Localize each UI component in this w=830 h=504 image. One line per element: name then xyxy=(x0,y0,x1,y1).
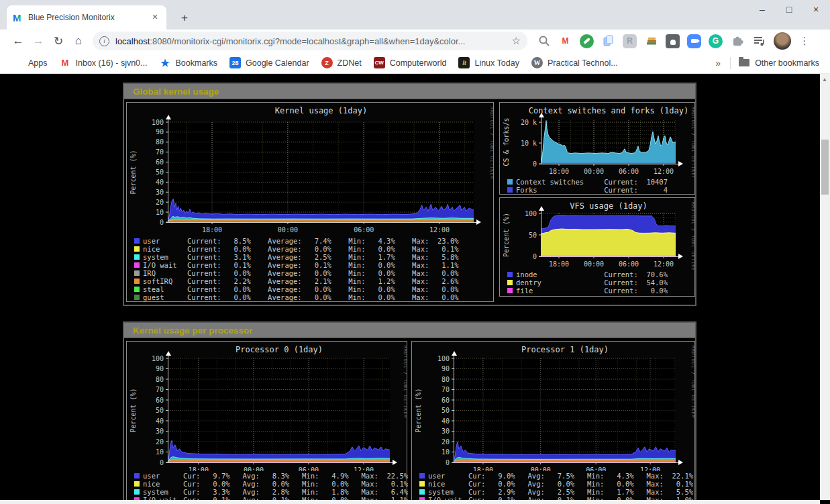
legend-color-swatch xyxy=(134,270,140,276)
bookmark-item[interactable]: ltLinux Today xyxy=(458,57,519,68)
zoom-icon[interactable] xyxy=(687,34,701,48)
svg-text:50: 50 xyxy=(442,407,450,414)
window-close-button[interactable]: × xyxy=(807,4,825,15)
copy-pages-icon[interactable] xyxy=(601,34,615,48)
svg-text:RRDTOOL / TOBI OETIKER: RRDTOOL / TOBI OETIKER xyxy=(489,107,493,179)
vfs-usage-graph: 05010018:0000:0006:0012:00VFS usage (1da… xyxy=(499,197,695,297)
legend-label: system xyxy=(143,253,187,261)
scroll-up-icon[interactable]: ▲ xyxy=(822,77,827,83)
browser-tab[interactable]: M Blue Precision Monitorix × xyxy=(7,5,166,30)
svg-text:20: 20 xyxy=(442,438,450,446)
legend-stats: Current: 0.1% Average: 0.1% Min: 0.0% Ma… xyxy=(187,261,459,269)
svg-text:12:00: 12:00 xyxy=(654,168,674,175)
bookmark-label: Google Calendar xyxy=(246,58,309,68)
legend-stats: Current: 0.0% Average: 0.0% Min: 0.0% Ma… xyxy=(187,269,459,277)
puzzle-icon[interactable] xyxy=(730,34,744,48)
legend-color-swatch xyxy=(134,262,140,268)
bookmark-item[interactable]: MInbox (16) - sjvn0... xyxy=(60,57,148,68)
window-maximize-button[interactable]: □ xyxy=(780,4,798,15)
voice-icon[interactable] xyxy=(580,34,594,48)
legend-row: IRQCurrent: 0.0% Average: 0.0% Min: 0.0%… xyxy=(134,269,490,277)
bookmark-label: Practical Technol... xyxy=(548,58,618,68)
tab-strip: M Blue Precision Monitorix × + – □ × xyxy=(0,0,830,30)
page-info-icon[interactable]: i xyxy=(99,36,109,46)
new-tab-button[interactable]: + xyxy=(176,9,193,27)
wordpress-icon: W xyxy=(531,57,543,68)
r-box-icon[interactable]: R xyxy=(623,34,637,48)
svg-text:100: 100 xyxy=(152,119,164,126)
bookmark-item[interactable]: Apps xyxy=(12,57,48,68)
bookmark-label: Computerworld xyxy=(390,58,447,68)
forward-icon[interactable]: → xyxy=(28,34,48,48)
legend-color-swatch xyxy=(507,288,513,293)
svg-text:60: 60 xyxy=(156,397,164,404)
scrollbar-thumb[interactable] xyxy=(821,140,829,195)
kernel-usage-graph: 010203040506070809010018:0000:0006:0012:… xyxy=(126,102,494,302)
legend-row: systemCur: 3.3% Avg: 2.8% Min: 1.8% Max:… xyxy=(134,488,404,496)
computerworld-icon: CW xyxy=(374,57,385,68)
bookmark-label: Apps xyxy=(28,58,48,68)
gmail-icon[interactable]: M xyxy=(558,34,572,48)
search-icon[interactable] xyxy=(537,34,551,48)
section-header: Global kernel usage xyxy=(124,84,695,99)
svg-text:06:00: 06:00 xyxy=(299,466,319,471)
bookmarks-overflow-icon[interactable]: » xyxy=(715,58,721,68)
vfs-plot: 05010018:0000:0006:0012:00VFS usage (1da… xyxy=(500,198,694,270)
legend-label: nice xyxy=(143,480,183,488)
star-icon: ★ xyxy=(160,57,171,68)
svg-text:70: 70 xyxy=(156,386,164,393)
horizontal-scrollbar[interactable] xyxy=(0,500,820,504)
bookmark-item[interactable]: ZZDNet xyxy=(321,57,362,68)
legend-label: system xyxy=(143,488,183,496)
grammarly-icon[interactable]: G xyxy=(709,34,723,48)
bookmark-item[interactable]: WPractical Technol... xyxy=(531,57,618,68)
profile-avatar[interactable] xyxy=(774,32,791,50)
svg-text:60: 60 xyxy=(156,158,164,166)
url-text[interactable]: localhost:8080/monitorix-cgi/monitorix.c… xyxy=(115,36,508,46)
svg-text:RRDTOOL / TOBI OETIKER: RRDTOOL / TOBI OETIKER xyxy=(690,346,694,418)
legend-row: Context switchesCurrent: 10407 xyxy=(507,178,692,186)
legend-row: fileCurrent: 0.0% xyxy=(507,287,692,295)
legend-row: inodeCurrent: 70.6% xyxy=(507,270,692,279)
legend-row: niceCur: 0.0% Avg: 0.0% Min: 0.0% Max: 0… xyxy=(134,480,404,488)
legend-label: system xyxy=(428,488,468,496)
legend-stats: Current: 0.0% Average: 0.0% Min: 0.0% Ma… xyxy=(187,285,459,293)
extension-icons: MRG xyxy=(537,34,766,48)
svg-text:00:00: 00:00 xyxy=(584,168,604,175)
other-bookmarks-button[interactable]: Other bookmarks xyxy=(755,58,819,68)
svg-text:30: 30 xyxy=(156,427,164,435)
legend-stats: Cur: 0.0% Avg: 0.0% Min: 0.0% Max: 0.1% xyxy=(468,480,693,488)
svg-text:Processor 1 (1day): Processor 1 (1day) xyxy=(521,345,609,354)
tab-close-icon[interactable]: × xyxy=(149,11,161,23)
svg-text:30: 30 xyxy=(442,427,450,435)
svg-text:18:00: 18:00 xyxy=(549,168,569,175)
legend-label: I/O wait xyxy=(143,261,187,269)
legend-label: nice xyxy=(143,245,187,253)
svg-text:50: 50 xyxy=(529,232,537,239)
legend-stats: Cur: 3.3% Avg: 2.8% Min: 1.8% Max: 6.4% xyxy=(183,488,408,496)
back-icon[interactable]: ← xyxy=(8,34,28,48)
svg-text:0: 0 xyxy=(533,160,537,168)
vertical-scrollbar[interactable]: ▲ xyxy=(820,74,830,500)
bookmark-item[interactable]: ★Bookmarks xyxy=(160,57,218,68)
svg-text:20 k: 20 k xyxy=(521,119,537,126)
bookmark-item[interactable]: 28Google Calendar xyxy=(229,57,309,68)
svg-text:12:00: 12:00 xyxy=(429,226,450,234)
bookmark-star-icon[interactable]: ☆ xyxy=(512,35,521,47)
books-icon[interactable] xyxy=(644,34,658,48)
browser-menu-icon[interactable]: ⋮ xyxy=(798,35,811,47)
reload-icon[interactable]: ↻ xyxy=(48,34,68,48)
address-bar[interactable]: i localhost:8080/monitorix-cgi/monitorix… xyxy=(93,32,527,50)
home-icon[interactable]: ⌂ xyxy=(68,34,89,48)
svg-text:12:00: 12:00 xyxy=(354,466,374,471)
playlist-icon[interactable] xyxy=(751,34,766,48)
bookmark-item[interactable]: CWComputerworld xyxy=(374,57,447,68)
legend-label: softIRQ xyxy=(143,277,187,285)
legend-stats: Current: 0.0% xyxy=(604,287,692,295)
svg-text:Percent (%): Percent (%) xyxy=(415,388,422,432)
legend-color-swatch xyxy=(134,473,140,478)
svg-text:Percent (%): Percent (%) xyxy=(129,150,137,194)
window-minimize-button[interactable]: – xyxy=(754,4,771,15)
proc1-plot: 010203040506070809010018:0000:0006:0012:… xyxy=(412,342,694,471)
person-box-icon[interactable] xyxy=(666,34,680,48)
